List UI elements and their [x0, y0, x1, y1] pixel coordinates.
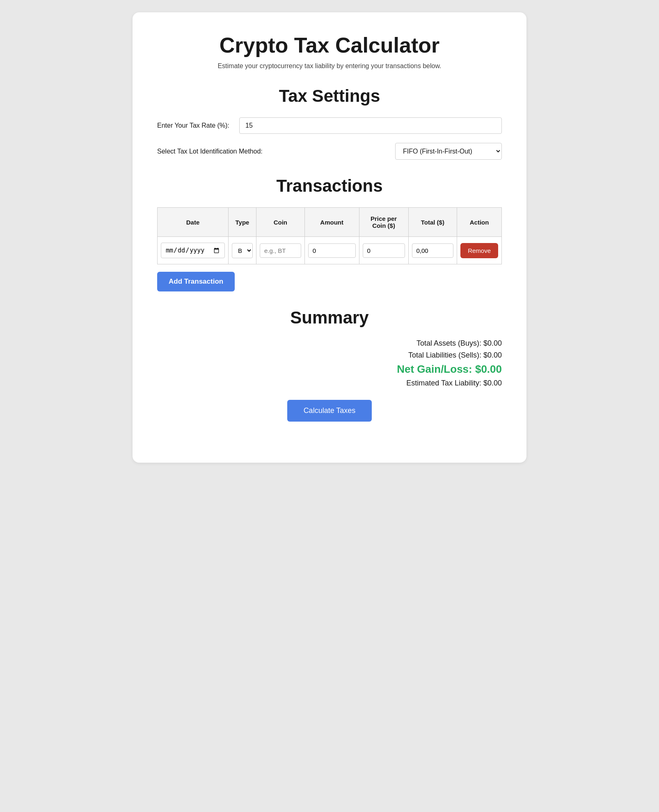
- transactions-table: Date Type Coin Amount Price per Coin ($)…: [157, 207, 502, 264]
- amount-input[interactable]: [308, 243, 356, 258]
- price-per-coin-header-text: Price per Coin ($): [364, 215, 403, 229]
- amount-cell: [304, 237, 359, 264]
- price-cell: [359, 237, 408, 264]
- tax-settings-section: Tax Settings Enter Your Tax Rate (%): Se…: [157, 86, 502, 160]
- transactions-section: Transactions Date Type Coin Amount Price…: [157, 176, 502, 291]
- app-title: Crypto Tax Calculator: [157, 33, 502, 57]
- tax-rate-row: Enter Your Tax Rate (%):: [157, 117, 502, 134]
- summary-section: Summary Total Assets (Buys): $0.00 Total…: [157, 308, 502, 422]
- net-gain-row: Net Gain/Loss: $0.00: [397, 363, 502, 376]
- amount-header: Amount: [304, 208, 359, 237]
- tax-method-select[interactable]: FIFO (First-In-First-Out) LIFO (Last-In-…: [395, 143, 502, 160]
- summary-rows: Total Assets (Buys): $0.00 Total Liabili…: [157, 339, 502, 388]
- table-header-row: Date Type Coin Amount Price per Coin ($)…: [158, 208, 502, 237]
- date-cell: [158, 237, 229, 264]
- total-liabilities-row: Total Liabilities (Sells): $0.00: [408, 351, 502, 360]
- tax-method-row: Select Tax Lot Identification Method: FI…: [157, 143, 502, 160]
- total-assets-row: Total Assets (Buys): $0.00: [416, 339, 502, 348]
- tax-rate-input[interactable]: [239, 117, 502, 134]
- coin-cell: [256, 237, 304, 264]
- type-header: Type: [229, 208, 256, 237]
- action-cell: Remove: [457, 237, 502, 264]
- type-select[interactable]: Buy Sell: [232, 243, 253, 258]
- total-header: Total ($): [408, 208, 457, 237]
- action-header: Action: [457, 208, 502, 237]
- calculate-taxes-button[interactable]: Calculate Taxes: [287, 400, 372, 422]
- main-card: Crypto Tax Calculator Estimate your cryp…: [133, 12, 526, 463]
- coin-input[interactable]: [260, 243, 301, 258]
- price-input[interactable]: [363, 243, 405, 258]
- total-cell: [408, 237, 457, 264]
- type-cell: Buy Sell: [229, 237, 256, 264]
- tax-rate-label: Enter Your Tax Rate (%):: [157, 122, 239, 129]
- remove-button[interactable]: Remove: [460, 243, 498, 258]
- date-input[interactable]: [161, 243, 225, 258]
- summary-title: Summary: [157, 308, 502, 328]
- date-header: Date: [158, 208, 229, 237]
- calculate-btn-wrap: Calculate Taxes: [157, 400, 502, 422]
- price-per-coin-header: Price per Coin ($): [359, 208, 408, 237]
- tax-settings-title: Tax Settings: [157, 86, 502, 106]
- transactions-title: Transactions: [157, 176, 502, 196]
- tax-liability-row: Estimated Tax Liability: $0.00: [406, 379, 502, 388]
- add-transaction-button[interactable]: Add Transaction: [157, 272, 235, 291]
- table-row: Buy Sell: [158, 237, 502, 264]
- coin-header: Coin: [256, 208, 304, 237]
- app-subtitle: Estimate your cryptocurrency tax liabili…: [157, 62, 502, 70]
- tax-method-label: Select Tax Lot Identification Method:: [157, 148, 263, 155]
- total-input[interactable]: [412, 243, 454, 258]
